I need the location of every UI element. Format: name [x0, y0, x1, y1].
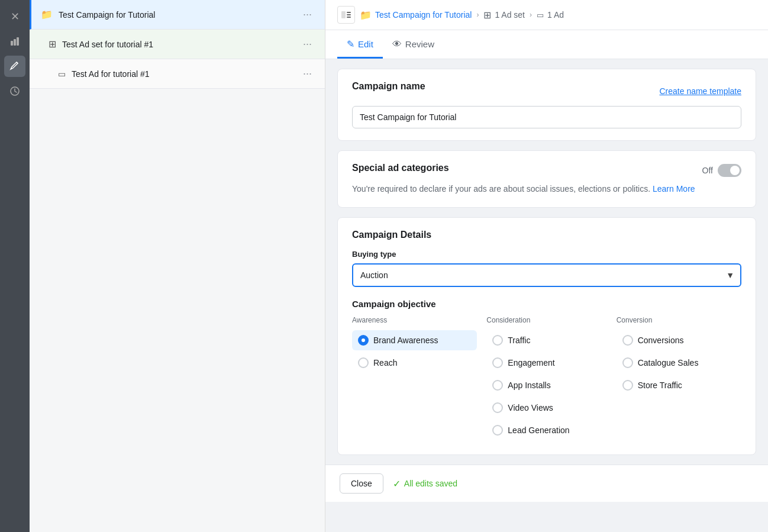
buying-type-select-wrapper: Auction Reach and Frequency TRP Buying ▼ [352, 263, 741, 287]
radio-reach[interactable]: Reach [352, 353, 477, 373]
radio-conversions[interactable]: Conversions [617, 330, 737, 350]
close-button[interactable]: Close [340, 473, 383, 494]
radio-store-traffic[interactable]: Store Traffic [617, 375, 737, 395]
special-ad-toggle[interactable] [718, 164, 741, 177]
radio-traffic[interactable]: Traffic [486, 330, 606, 350]
adset-tree-item[interactable]: ⊞ Test Ad set for tutorial #1 ··· [30, 30, 325, 59]
tab-review-label: Review [405, 39, 434, 49]
radio-app-installs[interactable]: App Installs [486, 375, 606, 395]
svg-rect-6 [347, 14, 351, 15]
svg-rect-2 [17, 37, 19, 46]
special-ad-title: Special ad categories [352, 163, 449, 173]
special-ad-header: Special ad categories Off [352, 163, 741, 177]
special-ad-categories-card: Special ad categories Off You're require… [337, 150, 756, 208]
campaign-more-button[interactable]: ··· [299, 7, 315, 22]
radio-video-views-label: Video Views [508, 403, 553, 412]
svg-rect-4 [341, 11, 346, 18]
radio-lead-generation[interactable]: Lead Generation [486, 420, 606, 440]
ad-icon: ▭ [58, 69, 66, 79]
campaign-details-title: Campaign Details [352, 230, 741, 240]
main-content: 📁 Test Campaign for Tutorial › ⊞ 1 Ad se… [325, 0, 768, 532]
review-tab-icon: 👁 [392, 39, 402, 50]
breadcrumb-adset-icon: ⊞ [483, 9, 491, 21]
create-name-template-link[interactable]: Create name template [659, 86, 741, 96]
form-area: Campaign name Create name template Speci… [325, 59, 768, 465]
svg-rect-0 [11, 41, 13, 46]
sidebar-close-button[interactable]: ✕ [4, 6, 25, 27]
breadcrumb-arrow-2: › [530, 11, 532, 19]
ad-tree-item[interactable]: ▭ Test Ad for tutorial #1 ··· [30, 59, 325, 89]
breadcrumb-adset-count: 1 Ad set [495, 10, 525, 20]
breadcrumb-adset[interactable]: ⊞ 1 Ad set [483, 9, 525, 21]
adset-tree-label: Test Ad set for tutorial #1 [62, 40, 299, 49]
awareness-column: Awareness Brand Awareness Reach [352, 316, 482, 443]
radio-store-traffic-circle [622, 380, 633, 391]
campaign-name-input[interactable] [352, 106, 741, 128]
radio-catalogue-sales-circle [622, 357, 633, 368]
chart-icon-button[interactable] [4, 31, 25, 52]
clock-icon-button[interactable] [4, 80, 25, 102]
radio-brand-awareness[interactable]: Brand Awareness [352, 330, 477, 350]
campaign-objective-label: Campaign objective [352, 299, 741, 309]
campaign-name-card: Campaign name Create name template [337, 69, 756, 141]
buying-type-field: Buying type Auction Reach and Frequency … [352, 250, 741, 287]
radio-brand-awareness-circle [358, 335, 369, 346]
tab-edit[interactable]: ✎ Edit [337, 30, 383, 59]
conversion-column: Conversion Conversions Catalogue Sales S… [612, 316, 741, 443]
buying-type-select[interactable]: Auction Reach and Frequency TRP Buying [352, 263, 741, 287]
tab-edit-label: Edit [358, 39, 373, 49]
radio-reach-label: Reach [373, 358, 397, 367]
campaign-folder-icon: 📁 [41, 9, 53, 20]
radio-engagement-label: Engagement [508, 358, 554, 367]
consideration-header: Consideration [486, 316, 606, 324]
objective-columns: Awareness Brand Awareness Reach Consider… [352, 316, 741, 443]
radio-app-installs-circle [492, 380, 503, 391]
radio-catalogue-sales[interactable]: Catalogue Sales [617, 353, 737, 373]
radio-engagement[interactable]: Engagement [486, 353, 606, 373]
toggle-off-label: Off [702, 166, 713, 175]
ad-more-button[interactable]: ··· [299, 66, 315, 81]
breadcrumb-arrow-1: › [476, 11, 479, 19]
svg-rect-5 [347, 12, 351, 13]
radio-conversions-label: Conversions [638, 336, 684, 345]
radio-brand-awareness-label: Brand Awareness [373, 336, 438, 345]
radio-traffic-circle [492, 335, 503, 346]
breadcrumb-ad-count: 1 Ad [547, 10, 564, 20]
campaign-tree-item[interactable]: 📁 Test Campaign for Tutorial ··· [30, 0, 325, 30]
radio-traffic-label: Traffic [508, 336, 530, 345]
campaign-tree-label: Test Campaign for Tutorial [59, 10, 299, 20]
saved-status-text: All edits saved [404, 479, 457, 488]
bottom-bar: Close ✓ All edits saved [325, 465, 768, 502]
adset-more-button[interactable]: ··· [299, 37, 315, 51]
radio-app-installs-label: App Installs [508, 381, 550, 390]
buying-type-label: Buying type [352, 250, 741, 259]
radio-store-traffic-label: Store Traffic [638, 381, 682, 390]
radio-conversions-circle [622, 335, 633, 346]
tree-panel: 📁 Test Campaign for Tutorial ··· ⊞ Test … [30, 0, 325, 532]
edit-icon-button[interactable] [4, 56, 25, 77]
learn-more-link[interactable]: Learn More [653, 184, 695, 194]
radio-reach-circle [358, 357, 369, 368]
radio-video-views-circle [492, 402, 503, 413]
campaign-name-header-row: Campaign name Create name template [352, 81, 741, 101]
consideration-column: Consideration Traffic Engagement App Ins… [482, 316, 611, 443]
breadcrumb-campaign-icon: 📁 [360, 9, 372, 21]
ad-tree-label: Test Ad for tutorial #1 [72, 69, 299, 79]
toggle-container: Off [702, 164, 741, 177]
campaign-details-card: Campaign Details Buying type Auction Rea… [337, 217, 756, 455]
sidebar-toggle-button[interactable] [337, 6, 355, 24]
radio-video-views[interactable]: Video Views [486, 398, 606, 418]
tab-review[interactable]: 👁 Review [383, 30, 444, 59]
radio-engagement-circle [492, 357, 503, 368]
breadcrumb-campaign[interactable]: 📁 Test Campaign for Tutorial [360, 9, 472, 21]
saved-check-icon: ✓ [393, 478, 401, 489]
svg-rect-1 [14, 39, 16, 46]
tab-bar: ✎ Edit 👁 Review [325, 30, 768, 59]
breadcrumb-campaign-label[interactable]: Test Campaign for Tutorial [375, 10, 472, 20]
campaign-name-section-title: Campaign name [352, 81, 425, 92]
breadcrumb-ad[interactable]: ▭ 1 Ad [537, 10, 564, 20]
radio-catalogue-sales-label: Catalogue Sales [638, 358, 699, 367]
edit-tab-icon: ✎ [347, 38, 354, 50]
special-ad-description: You're required to declare if your ads a… [352, 183, 741, 195]
breadcrumb-ad-icon: ▭ [537, 11, 544, 20]
